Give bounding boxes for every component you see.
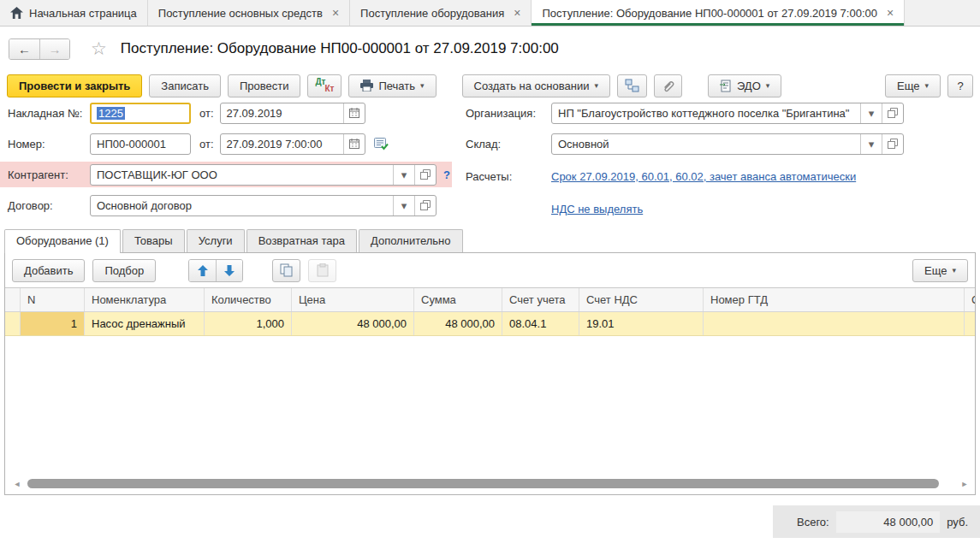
tab-current-document[interactable]: Поступление: Оборудование НП00-000001 от… <box>532 0 905 26</box>
printer-icon <box>360 80 373 92</box>
close-icon[interactable]: × <box>514 6 520 20</box>
table-more-button[interactable]: Еще ▾ <box>912 259 968 282</box>
equipment-table-panel: Добавить Подбор Еще ▾ N Номенклатура Кол… <box>4 252 976 495</box>
contractor-row: Контрагент: ПОСТАВЩИК-ЮГ ООО ▾ ? <box>0 162 452 187</box>
close-icon[interactable]: × <box>887 6 894 20</box>
cell-quantity[interactable]: 1,000 <box>205 312 292 335</box>
invoice-from-label: от: <box>199 107 214 120</box>
table-header-row: N Номенклатура Количество Цена Сумма Сче… <box>5 288 975 312</box>
chevron-down-icon[interactable]: ▾ <box>393 196 414 216</box>
tab-equipment-receipt-list[interactable]: Поступление оборудования × <box>350 0 532 26</box>
favorite-star-icon[interactable]: ☆ <box>91 38 107 59</box>
col-price[interactable]: Цена <box>292 288 414 311</box>
contractor-check-help[interactable]: ? <box>443 168 450 181</box>
dtkt-postings-button[interactable]: ДтКт <box>307 74 342 97</box>
total-panel: Всего: 48 000,00 руб. <box>773 505 980 538</box>
col-gtd[interactable]: Номер ГТД <box>704 288 965 311</box>
cell-n[interactable]: 1 <box>21 312 85 335</box>
move-down-button[interactable] <box>216 260 242 281</box>
document-title-bar: ← → ☆ Поступление: Оборудование НП00-000… <box>0 27 980 71</box>
add-row-button[interactable]: Добавить <box>12 259 85 282</box>
items-table: N Номенклатура Количество Цена Сумма Сче… <box>5 287 975 336</box>
col-sum[interactable]: Сумма <box>414 288 502 311</box>
cell-account[interactable]: 08.04.1 <box>502 312 579 335</box>
contractor-input[interactable]: ПОСТАВЩИК-ЮГ ООО ▾ <box>90 164 437 186</box>
forward-icon: → <box>49 42 62 56</box>
help-button[interactable]: ? <box>947 74 973 97</box>
doc-date-input[interactable]: 27.09.2019 7:00:00 <box>220 133 365 155</box>
contract-input[interactable]: Основной договор ▾ <box>90 195 437 216</box>
chevron-down-icon[interactable]: ▾ <box>393 165 414 185</box>
tab-home[interactable]: Начальная страница <box>0 0 148 26</box>
settlements-label: Расчеты: <box>466 170 551 183</box>
scroll-left-icon[interactable]: ◄ <box>12 480 22 488</box>
vat-link[interactable]: НДС не выделять <box>551 203 643 216</box>
col-n[interactable]: N <box>21 288 85 311</box>
chevron-down-icon: ▾ <box>924 81 929 90</box>
arrow-down-icon <box>224 265 235 276</box>
parts-tab-strip: Оборудование (1) Товары Услуги Возвратна… <box>0 228 980 252</box>
scrollbar-thumb[interactable] <box>27 479 939 488</box>
copy-button[interactable] <box>272 259 300 282</box>
doc-number-input[interactable]: НП00-000001 <box>90 133 191 155</box>
col-quantity[interactable]: Количество <box>205 288 292 311</box>
more-button[interactable]: Еще ▾ <box>885 74 941 97</box>
tab-returnable-packaging[interactable]: Возвратная тара <box>246 229 357 252</box>
invoice-number-input[interactable]: 1225 <box>90 103 191 124</box>
open-link-icon[interactable] <box>882 134 903 154</box>
cell-gtd[interactable] <box>704 312 965 335</box>
total-value: 48 000,00 <box>836 511 941 533</box>
warehouse-input[interactable]: Основной ▾ <box>551 133 904 155</box>
horizontal-scrollbar[interactable]: ◄ ► <box>12 478 970 489</box>
edo-button[interactable]: ЭДО ▾ <box>708 74 781 97</box>
move-up-button[interactable] <box>189 260 216 281</box>
organization-input[interactable]: НП "Благоустройство коттеджного поселка … <box>551 103 904 124</box>
cell-nomenclature[interactable]: Насос дренажный <box>85 312 205 335</box>
tab-services[interactable]: Услуги <box>187 229 245 252</box>
create-based-on-button[interactable]: Создать на основании ▾ <box>462 74 610 97</box>
related-documents-button[interactable] <box>617 74 647 97</box>
tab-fixed-assets[interactable]: Поступление основных средств × <box>148 0 350 26</box>
cell-sum[interactable]: 48 000,00 <box>414 312 502 335</box>
col-account[interactable]: Счет учета <box>502 288 579 311</box>
post-and-close-button[interactable]: Провести и закрыть <box>7 74 142 97</box>
chevron-down-icon[interactable]: ▾ <box>860 103 882 123</box>
currency-label: руб. <box>947 516 968 528</box>
structure-icon <box>625 79 639 92</box>
settlements-link[interactable]: Срок 27.09.2019, 60.01, 60.02, зачет ава… <box>551 170 856 183</box>
attachments-button[interactable] <box>654 74 682 97</box>
page-title: Поступление: Оборудование НП00-000001 от… <box>121 40 559 57</box>
back-button[interactable]: ← <box>9 39 39 59</box>
tab-additional[interactable]: Дополнительно <box>359 229 463 252</box>
cell-vat-account[interactable]: 19.01 <box>579 312 704 335</box>
contract-label: Договор: <box>8 199 90 212</box>
col-vat-account[interactable]: Счет НДС <box>579 288 704 311</box>
chevron-down-icon[interactable]: ▾ <box>860 134 882 154</box>
paste-button[interactable] <box>308 259 336 282</box>
organization-label: Организация: <box>466 107 551 120</box>
cell-price[interactable]: 48 000,00 <box>292 312 414 335</box>
save-button[interactable]: Записать <box>149 74 221 97</box>
tab-equipment[interactable]: Оборудование (1) <box>4 229 121 253</box>
edo-document-icon <box>720 80 732 92</box>
col-nomenclature[interactable]: Номенклатура <box>85 288 205 311</box>
open-link-icon[interactable] <box>414 196 436 216</box>
forward-button[interactable]: → <box>39 39 69 59</box>
scroll-right-icon[interactable]: ► <box>959 480 970 488</box>
open-link-icon[interactable] <box>882 103 903 123</box>
pick-button[interactable]: Подбор <box>92 259 156 282</box>
calendar-icon[interactable] <box>343 103 365 123</box>
tab-goods[interactable]: Товары <box>122 229 185 252</box>
chevron-down-icon: ▾ <box>766 81 770 90</box>
col-country[interactable]: С <box>965 288 975 311</box>
table-row[interactable]: 1 Насос дренажный 1,000 48 000,00 48 000… <box>5 312 975 336</box>
close-icon[interactable]: × <box>332 6 339 20</box>
doc-from-label: от: <box>199 138 214 151</box>
print-button[interactable]: Печать ▾ <box>348 74 436 97</box>
back-icon: ← <box>18 42 31 56</box>
calendar-icon[interactable] <box>343 134 365 154</box>
open-link-icon[interactable] <box>414 165 436 185</box>
set-time-icon[interactable] <box>374 138 389 151</box>
invoice-date-input[interactable]: 27.09.2019 <box>220 103 365 124</box>
post-button[interactable]: Провести <box>228 74 301 97</box>
